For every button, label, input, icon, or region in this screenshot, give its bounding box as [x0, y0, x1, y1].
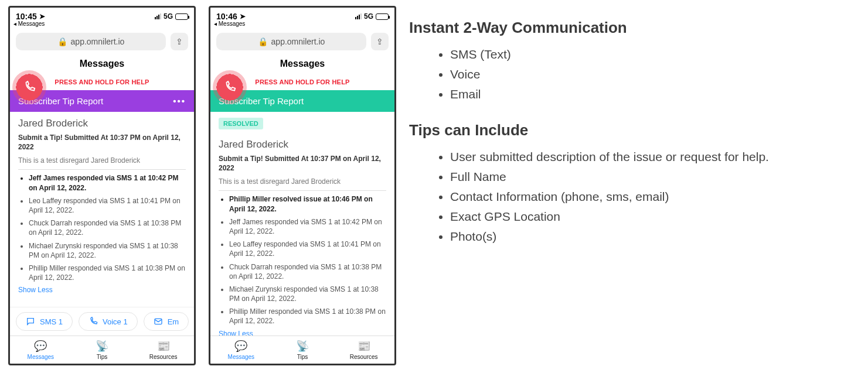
show-less-link[interactable]: Show Less [219, 330, 386, 336]
action-chips: SMS 1 Voice 1 Em [10, 307, 194, 336]
phone-icon [223, 81, 236, 94]
tip-description: This is a test disregard Jared Broderick [219, 177, 386, 186]
show-less-link[interactable]: Show Less [18, 286, 186, 294]
battery-icon [175, 13, 188, 20]
back-link[interactable]: ◂ Messages [10, 20, 194, 29]
tips-list: User submitted description of the issue … [409, 150, 769, 244]
signal-bars-icon [155, 13, 161, 19]
list-item: Contact Information (phone, sms, email) [450, 190, 769, 204]
status-bar: 10:45 ➤ 5G [10, 8, 194, 20]
tab-resources[interactable]: 📰Resources [132, 336, 194, 364]
broadcast-icon: 📡 [272, 340, 333, 353]
response-list: Jeff James responded via SMS 1 at 10:42 … [18, 173, 186, 282]
tab-messages[interactable]: 💬Messages [210, 336, 272, 364]
url-bar[interactable]: 🔒 app.omnilert.io [216, 33, 366, 50]
page-title: Messages [210, 54, 394, 74]
url-bar[interactable]: 🔒 app.omnilert.io [16, 33, 166, 50]
response-item: Phillip Miller responded via SMS 1 at 10… [29, 264, 186, 282]
submitter-name: Jared Broderick [219, 139, 386, 150]
network-label: 5G [164, 12, 173, 20]
status-bar: 10:46 ➤ 5G [210, 8, 394, 20]
submit-line: Submit a Tip! Submitted At 10:37 PM on A… [219, 154, 386, 173]
response-item: Chuck Darrah responded via SMS 1 at 10:3… [29, 218, 186, 237]
response-item: Leo Laffey responded via SMS 1 at 10:41 … [229, 239, 386, 258]
page-title: Messages [10, 54, 194, 74]
submit-line: Submit a Tip! Submitted At 10:37 PM on A… [18, 133, 186, 152]
phone-out-icon [88, 317, 98, 326]
share-button[interactable]: ⇪ [371, 33, 389, 50]
communication-list: SMS (Text)VoiceEmail [409, 47, 769, 101]
phone-screenshot-1: 10:45 ➤ 5G ◂ Messages 🔒 app.omnilert.io … [8, 6, 196, 365]
battery-icon [376, 13, 389, 20]
url-text: app.omnilert.io [71, 37, 125, 46]
chat-icon [26, 317, 35, 326]
news-icon: 📰 [132, 340, 194, 353]
list-item: Full Name [450, 170, 769, 184]
more-icon[interactable]: ••• [173, 96, 186, 106]
list-item: Photo(s) [450, 230, 769, 244]
submitter-name: Jared Broderick [18, 118, 186, 129]
response-item: Michael Zurynski responded via SMS 1 at … [29, 241, 186, 260]
list-item: SMS (Text) [450, 47, 769, 61]
phone-screenshot-2: 10:46 ➤ 5G ◂ Messages 🔒 app.omnilert.io … [209, 6, 396, 365]
signal-bars-icon [355, 13, 362, 19]
panic-row: PRESS AND HOLD FOR HELP [210, 74, 394, 90]
broadcast-icon: 📡 [72, 340, 133, 353]
url-text: app.omnilert.io [271, 37, 325, 46]
tab-resources[interactable]: 📰Resources [333, 336, 394, 364]
location-arrow-icon: ➤ [39, 12, 45, 20]
clock-time: 10:45 [16, 12, 37, 21]
response-item: Leo Laffey responded via SMS 1 at 10:41 … [29, 196, 186, 215]
back-link[interactable]: ◂ Messages [210, 20, 394, 29]
response-list: Phillip Miller resolved issue at 10:46 P… [219, 194, 386, 326]
tab-tips[interactable]: 📡Tips [72, 336, 133, 364]
heading-communication: Instant 2-Way Communication [409, 19, 769, 37]
voice-chip[interactable]: Voice 1 [79, 312, 138, 331]
list-item: Email [450, 87, 769, 101]
list-item: Exact GPS Location [450, 210, 769, 224]
help-label: PRESS AND HOLD FOR HELP [55, 78, 149, 85]
panic-button[interactable] [213, 70, 247, 104]
tip-description: This is a test disregard Jared Broderick [18, 156, 186, 165]
heading-tips: Tips can Include [409, 121, 769, 139]
phone-icon [23, 81, 36, 94]
tab-messages[interactable]: 💬Messages [10, 336, 72, 364]
tab-bar: 💬Messages 📡Tips 📰Resources [210, 336, 394, 364]
response-item: Phillip Miller responded via SMS 1 at 10… [229, 307, 386, 326]
panic-row: PRESS AND HOLD FOR HELP [10, 74, 194, 90]
lock-icon: 🔒 [57, 37, 67, 46]
slide-text: Instant 2-Way Communication SMS (Text)Vo… [409, 6, 769, 264]
clock-time: 10:46 [216, 12, 237, 21]
lock-icon: 🔒 [258, 37, 268, 46]
response-item: Jeff James responded via SMS 1 at 10:42 … [29, 173, 186, 192]
tab-bar: 💬Messages 📡Tips 📰Resources [10, 336, 194, 364]
chat-icon: 💬 [210, 340, 272, 353]
response-item: Chuck Darrah responded via SMS 1 at 10:3… [229, 262, 386, 281]
panic-button[interactable] [12, 70, 46, 104]
share-button[interactable]: ⇪ [171, 33, 188, 50]
response-item: Phillip Miller resolved issue at 10:46 P… [229, 194, 386, 213]
mail-icon [154, 317, 163, 326]
news-icon: 📰 [333, 340, 394, 353]
chat-icon: 💬 [10, 340, 72, 353]
list-item: User submitted description of the issue … [450, 150, 769, 164]
response-item: Michael Zurynski responded via SMS 1 at … [229, 285, 386, 303]
help-label: PRESS AND HOLD FOR HELP [255, 78, 349, 85]
network-label: 5G [364, 12, 373, 20]
response-item: Jeff James responded via SMS 1 at 10:42 … [229, 217, 386, 236]
location-arrow-icon: ➤ [240, 12, 246, 20]
resolved-badge: RESOLVED [219, 118, 263, 129]
sms-chip[interactable]: SMS 1 [16, 312, 73, 331]
tab-tips[interactable]: 📡Tips [272, 336, 333, 364]
email-chip[interactable]: Em [144, 312, 189, 331]
list-item: Voice [450, 67, 769, 81]
